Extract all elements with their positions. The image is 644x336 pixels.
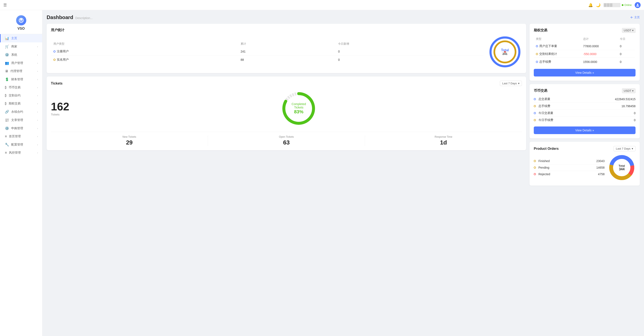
nav-icon-home-mgmt: ≡ bbox=[5, 135, 7, 138]
sidebar-item-user-mgmt[interactable]: 👥 用户管理 ‹ bbox=[0, 59, 42, 67]
stat-value: 63 bbox=[208, 139, 365, 146]
donut-label: Total 241 bbox=[501, 48, 509, 55]
tickets-filter-dropdown[interactable]: Last 7 Days ▾ bbox=[500, 81, 522, 86]
nav-item-left: 🖥 代理管理 bbox=[5, 69, 22, 73]
sidebar-item-agent-mgmt[interactable]: 🖥 代理管理 ‹ bbox=[0, 67, 42, 75]
sidebar-item-home[interactable]: 📊 主页 bbox=[0, 34, 42, 42]
online-badge: Online bbox=[622, 3, 632, 6]
period-trade-title: 期权交易 bbox=[534, 28, 547, 33]
tickets-card: Tickets Last 7 Days ▾ 162 Tickets bbox=[47, 76, 526, 150]
nav-item-left: ₿ 交割合约 bbox=[5, 94, 20, 97]
dashboard-grid: 用户统计 用户类型 累计 今日新增 bbox=[47, 24, 640, 186]
list-item: Rejected 4758 bbox=[534, 171, 604, 177]
sidebar-brand: VSO bbox=[0, 10, 42, 34]
sidebar-item-config-mgmt[interactable]: 🔧 配置管理 ‹ bbox=[0, 140, 42, 149]
nav-item-left: ₿ 期权交易 bbox=[5, 102, 20, 105]
chevron-down-icon: ▾ bbox=[518, 82, 520, 85]
product-orders-list: Finished 23043 Pending 14658 Rejected 47… bbox=[534, 158, 604, 177]
nav-icon-finance-mgmt: 💲 bbox=[5, 77, 9, 81]
stat-label: New Tickets bbox=[51, 135, 208, 138]
period-trade-currency-dropdown[interactable]: USDT ▾ bbox=[622, 28, 636, 33]
product-orders-card: Product Orders Last 7 Days ▾ Finished 23… bbox=[530, 142, 640, 186]
stat-value: 29 bbox=[51, 139, 208, 146]
currency-label: 今日交易量 bbox=[534, 111, 553, 115]
sidebar-item-risk-mgmt[interactable]: ≡ 风控管理 ‹ bbox=[0, 149, 42, 157]
nav-item-left: 📊 主页 bbox=[5, 36, 17, 40]
coin-trade-title: 币币交易 bbox=[534, 88, 547, 93]
sidebar-item-coin-trade[interactable]: ₿ 币币交易 ‹ bbox=[0, 83, 42, 91]
user-stats-content: 用户类型 累计 今日新增 注册用户 241 0 实名用户 88 0 bbox=[51, 35, 522, 69]
period-total-cell: 1556.0000 bbox=[582, 58, 618, 65]
coin-trade-view-details-button[interactable]: View Details » bbox=[534, 126, 636, 134]
period-trade-card: 期权交易 USDT ▾ 类型 总计 今日 bbox=[530, 24, 640, 81]
notification-icon[interactable]: 🔔 bbox=[588, 3, 593, 7]
sidebar-item-apply-mgmt[interactable]: ⚙️ 申购管理 ‹ bbox=[0, 124, 42, 132]
sidebar-item-article-mgmt[interactable]: 📰 文章管理 ‹ bbox=[0, 116, 42, 124]
sidebar-item-system[interactable]: ⚙️ 系统 ‹ bbox=[0, 51, 42, 59]
currency-value: 422849.532415 bbox=[615, 97, 636, 101]
user-type-cell: 注册用户 bbox=[51, 47, 238, 56]
period-col-today: 今日 bbox=[618, 36, 635, 42]
coin-trade-currency-dropdown[interactable]: USDT ▾ bbox=[622, 88, 636, 93]
nav-label-swap: 交割合约 bbox=[9, 94, 20, 97]
sidebar-item-merchant[interactable]: 🛒 商家 ‹ bbox=[0, 42, 42, 51]
tickets-header: Tickets Last 7 Days ▾ bbox=[51, 81, 522, 86]
nav-label-agent-mgmt: 代理管理 bbox=[10, 69, 22, 73]
sidebar-item-swap[interactable]: ₿ 交割合约 ‹ bbox=[0, 91, 42, 100]
page-description: Description... bbox=[75, 16, 93, 20]
product-orders-filter-dropdown[interactable]: Last 7 Days ▾ bbox=[614, 146, 636, 151]
currency-label: 总交易量 bbox=[534, 97, 550, 101]
period-trade-view-details-button[interactable]: View Details » bbox=[534, 69, 636, 76]
user-today-cell: 0 bbox=[336, 47, 484, 56]
topbar-user-area: Online bbox=[604, 3, 632, 7]
order-label: Rejected bbox=[534, 172, 550, 176]
completed-tickets-label: Completed Tickets bbox=[289, 102, 308, 109]
chevron-down-icon-coin: ▾ bbox=[632, 89, 634, 92]
svg-point-1 bbox=[20, 18, 22, 20]
col-header-today: 今日新增 bbox=[336, 40, 484, 47]
sidebar-item-period-trade[interactable]: ₿ 期权交易 ‹ bbox=[0, 100, 42, 108]
table-row: 用户总下单量 77800.0000 0 bbox=[534, 42, 635, 50]
currency-value: 0 bbox=[634, 111, 636, 115]
menu-icon[interactable]: ☰ bbox=[4, 3, 7, 7]
nav-arrow-apply-mgmt: ‹ bbox=[37, 127, 38, 130]
nav-arrow-agent-mgmt: ‹ bbox=[37, 70, 38, 72]
period-trade-header: 期权交易 USDT ▾ bbox=[534, 28, 636, 33]
nav-arrow-system: ‹ bbox=[37, 54, 38, 56]
period-trade-table: 类型 总计 今日 用户总下单量 77800.0000 0 交割结果统计 -550… bbox=[534, 35, 636, 66]
coin-trade-currency: USDT bbox=[624, 89, 631, 92]
donut-total-label: Total bbox=[501, 48, 509, 52]
period-today-cell: 0 bbox=[618, 50, 635, 58]
nav-item-left: ≡ 风控管理 bbox=[5, 151, 21, 155]
order-value: 14658 bbox=[596, 166, 604, 169]
nav-icon-config-mgmt: 🔧 bbox=[5, 143, 9, 147]
table-row: 实名用户 88 0 bbox=[51, 55, 484, 64]
user-type-cell: 实名用户 bbox=[51, 55, 238, 64]
nav-label-merchant: 商家 bbox=[11, 45, 17, 48]
dot-icon bbox=[536, 61, 538, 63]
table-row: 总手续费 1556.0000 0 bbox=[534, 58, 635, 65]
product-orders-filter-label: Last 7 Days bbox=[616, 147, 630, 150]
stat-label: Response Time bbox=[365, 135, 522, 138]
home-link[interactable]: 主页 bbox=[630, 15, 640, 19]
sidebar-item-perpetual[interactable]: 🔗 永续合约 ‹ bbox=[0, 108, 42, 116]
nav-label-user-mgmt: 用户管理 bbox=[11, 61, 23, 65]
nav-label-finance-mgmt: 财务管理 bbox=[11, 77, 23, 81]
page-header: Dashboard Description... 主页 bbox=[47, 14, 640, 20]
avatar[interactable] bbox=[635, 2, 640, 8]
theme-icon[interactable]: 🌙 bbox=[596, 3, 600, 7]
nav-icon-user-mgmt: 👥 bbox=[5, 61, 9, 65]
user-total-cell: 241 bbox=[238, 47, 336, 56]
sidebar-item-home-mgmt[interactable]: ≡ 首页管理 ‹ bbox=[0, 132, 42, 140]
sidebar: VSO 📊 主页 🛒 商家 ‹ ⚙️ 系统 ‹ 👥 用户管理 ‹ 🖥 代理管理 bbox=[0, 10, 42, 336]
stat-value: 1d bbox=[365, 139, 522, 146]
online-dot bbox=[622, 4, 624, 6]
product-orders-title: Product Orders bbox=[534, 147, 558, 151]
chevron-down-icon-period: ▾ bbox=[632, 29, 634, 32]
brand-name: VSO bbox=[18, 27, 25, 30]
sidebar-item-finance-mgmt[interactable]: 💲 财务管理 ‹ bbox=[0, 75, 42, 83]
currency-value: 18.798458 bbox=[622, 104, 636, 108]
nav-item-left: ⚙️ 申购管理 bbox=[5, 126, 23, 130]
order-label: Finished bbox=[534, 159, 550, 163]
nav-icon-coin-trade: ₿ bbox=[5, 86, 6, 89]
